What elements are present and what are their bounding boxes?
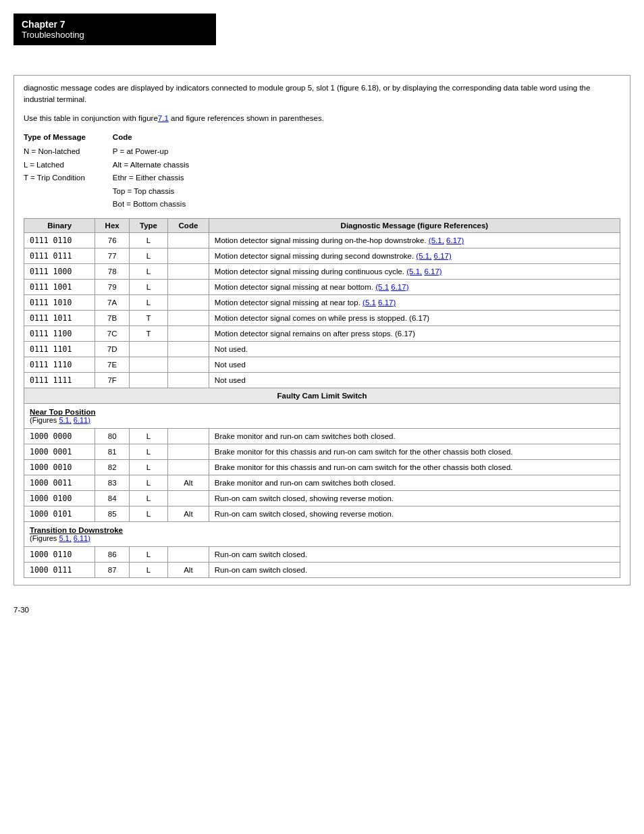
cell-type: L bbox=[129, 475, 167, 491]
cell-code bbox=[168, 249, 209, 264]
fig-ref[interactable]: 6.17) bbox=[434, 252, 452, 260]
cell-type bbox=[129, 373, 167, 388]
cell-binary: 1000 0110 bbox=[24, 547, 95, 563]
col-header-binary: Binary bbox=[24, 219, 95, 233]
cell-binary: 1000 0010 bbox=[24, 460, 95, 475]
legend-code-label: Code bbox=[113, 131, 189, 145]
col-header-hex: Hex bbox=[95, 219, 130, 233]
chapter-header: Chapter 7 Troubleshooting bbox=[14, 14, 216, 45]
legend-type-item-0: N = Non-latched bbox=[24, 145, 86, 159]
cell-type bbox=[129, 342, 167, 357]
cell-code bbox=[168, 326, 209, 342]
cell-binary: 1000 0000 bbox=[24, 429, 95, 444]
cell-message: Run-on cam switch closed. bbox=[209, 547, 620, 563]
fig-ref[interactable]: 6.17) bbox=[424, 267, 441, 276]
fig-ref[interactable]: (5.1 bbox=[375, 283, 389, 291]
cell-code bbox=[168, 444, 209, 460]
legend-type-label: Type of Message bbox=[24, 131, 86, 145]
figure-ref-7-1[interactable]: 7.1 bbox=[158, 114, 169, 122]
cell-hex: 7E bbox=[95, 357, 130, 373]
chapter-title: Troubleshooting bbox=[22, 30, 208, 40]
cell-type: L bbox=[129, 506, 167, 522]
legend-code-item-3: Top = Top chassis bbox=[113, 185, 189, 199]
legend-code-item-0: P = at Power-up bbox=[113, 145, 189, 159]
cell-message: Run-on cam switch closed, showing revers… bbox=[209, 491, 620, 506]
cell-type: L bbox=[129, 264, 167, 280]
intro-line2: Use this table in conjunction with figur… bbox=[24, 113, 620, 124]
fig-ref-5-1[interactable]: 5.1, bbox=[59, 534, 71, 542]
cell-binary: 0111 1111 bbox=[24, 373, 95, 388]
fig-ref-5-1[interactable]: 5.1, bbox=[59, 416, 71, 424]
cell-message: Motion detector signal comes on while pr… bbox=[209, 311, 620, 326]
cell-code: Alt bbox=[168, 506, 209, 522]
fig-ref[interactable]: (5.1, bbox=[429, 236, 444, 244]
cell-binary: 1000 0011 bbox=[24, 475, 95, 491]
cell-hex: 7C bbox=[95, 326, 130, 342]
table-row: 0111 1000 78 L Motion detector signal mi… bbox=[24, 264, 620, 280]
fig-ref[interactable]: 6.17) bbox=[391, 283, 408, 291]
table-row: 1000 0001 81 L Brake monitor for this ch… bbox=[24, 444, 620, 460]
subsection-transition-downstroke: Transition to Downstroke (Figures 5.1, 6… bbox=[24, 522, 620, 547]
table-row: 1000 0000 80 L Brake monitor and run-on … bbox=[24, 429, 620, 444]
fig-ref[interactable]: 6.17) bbox=[446, 236, 464, 244]
table-row: 0111 1110 7E Not used bbox=[24, 357, 620, 373]
cell-type: L bbox=[129, 295, 167, 311]
cell-code bbox=[168, 342, 209, 357]
intro-line2-text: Use this table in conjunction with figur… bbox=[24, 114, 158, 122]
subsection-near-top: Near Top Position (Figures 5.1, 6.11) bbox=[24, 404, 620, 429]
intro-line1: diagnostic message codes are displayed b… bbox=[24, 82, 620, 106]
legend-type: Type of Message N = Non-latched L = Latc… bbox=[24, 131, 86, 211]
fig-ref-6-11[interactable]: 6.11) bbox=[74, 416, 90, 424]
table-row: 0111 1100 7C T Motion detector signal re… bbox=[24, 326, 620, 342]
cell-type: L bbox=[129, 444, 167, 460]
cell-code bbox=[168, 233, 209, 249]
cell-hex: 76 bbox=[95, 233, 130, 249]
cell-binary: 0111 1001 bbox=[24, 280, 95, 295]
subsection-figures: (Figures 5.1, 6.11) bbox=[30, 416, 90, 424]
cell-hex: 84 bbox=[95, 491, 130, 506]
cell-code bbox=[168, 357, 209, 373]
table-row: 0111 0111 77 L Motion detector signal mi… bbox=[24, 249, 620, 264]
main-content-box: diagnostic message codes are displayed b… bbox=[14, 75, 630, 585]
fig-ref-6-11[interactable]: 6.11) bbox=[74, 534, 90, 542]
fig-ref[interactable]: (5.1 bbox=[363, 298, 376, 307]
table-row: 1000 0110 86 L Run-on cam switch closed. bbox=[24, 547, 620, 563]
table-row: 0111 1101 7D Not used. bbox=[24, 342, 620, 357]
cell-type: T bbox=[129, 326, 167, 342]
cell-message: Brake monitor and run-on cam switches bo… bbox=[209, 429, 620, 444]
fig-ref[interactable]: (5.1, bbox=[406, 267, 422, 276]
diagnostic-table: Binary Hex Type Code Diagnostic Message … bbox=[24, 218, 620, 578]
cell-message: Not used bbox=[209, 373, 620, 388]
table-row: 0111 0110 76 L Motion detector signal mi… bbox=[24, 233, 620, 249]
fig-ref[interactable]: 6.17) bbox=[378, 298, 396, 307]
cell-type: L bbox=[129, 429, 167, 444]
section-header-faulty-cam: Faulty Cam Limit Switch bbox=[24, 388, 620, 404]
cell-type bbox=[129, 357, 167, 373]
table-row: 0111 1010 7A L Motion detector signal mi… bbox=[24, 295, 620, 311]
cell-type: L bbox=[129, 249, 167, 264]
cell-code bbox=[168, 429, 209, 444]
cell-message: Motion detector signal remains on after … bbox=[209, 326, 620, 342]
cell-binary: 0111 0110 bbox=[24, 233, 95, 249]
cell-code bbox=[168, 460, 209, 475]
cell-message: Motion detector signal missing at near b… bbox=[209, 280, 620, 295]
legend-code: Code P = at Power-up Alt = Alternate cha… bbox=[113, 131, 189, 211]
cell-type: L bbox=[129, 460, 167, 475]
cell-binary: 0111 1100 bbox=[24, 326, 95, 342]
cell-message: Run-on cam switch closed. bbox=[209, 563, 620, 578]
subsection-title: Transition to Downstroke bbox=[30, 526, 123, 534]
table-row: 1000 0010 82 L Brake monitor for this ch… bbox=[24, 460, 620, 475]
cell-hex: 86 bbox=[95, 547, 130, 563]
cell-binary: 1000 0100 bbox=[24, 491, 95, 506]
cell-binary: 1000 0101 bbox=[24, 506, 95, 522]
cell-hex: 80 bbox=[95, 429, 130, 444]
fig-ref[interactable]: (5.1, bbox=[416, 252, 431, 260]
cell-message: Motion detector signal missing during co… bbox=[209, 264, 620, 280]
cell-hex: 82 bbox=[95, 460, 130, 475]
subsection-title: Near Top Position bbox=[30, 408, 96, 416]
table-row: 1000 0100 84 L Run-on cam switch closed,… bbox=[24, 491, 620, 506]
subsection-content: Transition to Downstroke (Figures 5.1, 6… bbox=[24, 522, 620, 547]
cell-binary: 1000 0111 bbox=[24, 563, 95, 578]
cell-binary: 0111 1000 bbox=[24, 264, 95, 280]
legend-code-item-1: Alt = Alternate chassis bbox=[113, 159, 189, 172]
